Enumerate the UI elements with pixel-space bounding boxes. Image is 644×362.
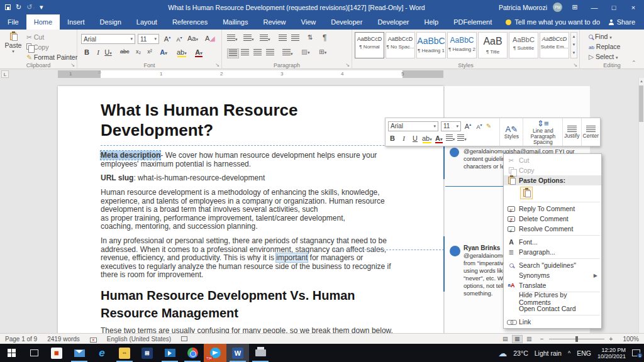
menu-item-translate[interactable]: aATranslate [504,280,601,290]
tab-review[interactable]: Review [256,14,294,30]
tab-help[interactable]: Help [417,14,447,30]
menu-item-resolve-comment[interactable]: ✓Resolve Comment [504,224,601,234]
clipboard-dialog-launcher-icon[interactable]: ↘ [70,62,75,68]
zoom-level[interactable]: 100% [618,336,644,343]
restore-button[interactable]: □ [607,4,621,11]
minimize-button[interactable]: — [587,4,601,11]
tab-home[interactable]: Home [26,14,60,30]
menu-item-hide-pictures[interactable]: Hide Pictures by Comments [504,293,601,304]
mini-highlight-button[interactable]: ab▾ [422,134,432,142]
para1-line[interactable]: development is a broad term that involve… [101,206,318,214]
word-button[interactable]: W [226,344,249,362]
indent-marker[interactable]: ⌂ [98,69,101,75]
underline-button[interactable]: U▾ [104,48,113,56]
mini-font-color-button[interactable]: A▾ [435,134,443,142]
para2-line[interactable]: In any professional or personal setting,… [101,237,387,246]
font-dialog-launcher-icon[interactable]: ↘ [215,62,219,68]
save-icon[interactable] [5,4,11,10]
mini-grow-font-button[interactable]: A▴ [464,122,472,130]
tab-selector[interactable]: L [1,70,9,78]
user-avatar[interactable]: PM [553,3,562,12]
justify-button[interactable] [266,49,274,57]
para1-line[interactable]: as proper training, performance improvem… [101,214,345,223]
weather-temp[interactable]: 23°C [513,349,528,357]
menu-item-reply-to-comment[interactable]: ↩Reply To Comment [504,204,601,214]
style-normal[interactable]: AaBbCcD¶ Normal [355,32,384,58]
menu-item-paragraph[interactable]: ≣Paragraph... [504,247,601,257]
ribbon-display-options-icon[interactable]: ⊞ [568,3,582,11]
horizontal-ruler[interactable]: 1 1 2 3 4 5 ⌂ [58,70,443,78]
action-center-icon[interactable]: 1 [632,349,640,356]
read-mode-button[interactable]: ▤ [500,335,511,343]
scroll-up-icon[interactable]: ▲ [640,79,643,83]
mini-shrink-font-button[interactable]: A▾ [475,123,484,130]
tab-pdfelement[interactable]: PDFelement [446,14,499,30]
font-size-combo[interactable]: 11▾ [138,34,159,44]
mini-font-name-combo[interactable]: Arial▾ [388,121,438,131]
zoom-in-button[interactable]: + [604,336,618,343]
menu-item-delete-comment[interactable]: ✕Delete Comment [504,214,601,224]
menu-item-search[interactable]: Search "guidelines" [504,260,601,270]
clock[interactable]: 12:20 PM 10/20/2021 [597,347,626,359]
menu-item-synonyms[interactable]: Synonyms▶ [504,270,601,280]
mini-justify-button[interactable]: Justify [563,118,581,146]
subscript-button[interactable]: x₂ [134,48,143,55]
tab-developer-2[interactable]: Developer [370,14,416,30]
mini-styles-button[interactable]: A✎Styles [500,118,523,146]
mini-font-size-combo[interactable]: 11▾ [441,121,461,131]
word-count[interactable]: 2419 words [42,336,85,343]
repeat-icon[interactable]: ↻ [16,4,21,11]
text-effects-button[interactable]: A▾ [159,48,168,56]
collapse-ribbon-icon[interactable]: ⌃ [631,60,636,66]
meta-description-line1[interactable]: Meta description- We cover how human res… [101,151,377,160]
menu-item-font[interactable]: AFont... [504,237,601,247]
font-name-combo[interactable]: Arial▾ [81,34,135,44]
highlight-color-button[interactable]: ab▾ [177,48,187,56]
mini-bold-button[interactable]: B [388,134,397,142]
language-button[interactable]: ENG [577,349,591,357]
format-painter-button[interactable]: ✎ Format Painter [26,53,77,61]
styles-gallery-scroll[interactable]: ▲▼▼ [570,32,577,58]
tab-design[interactable]: Design [92,14,129,30]
show-hide-pilcrow-button[interactable]: ¶ [323,33,326,42]
strikethrough-button[interactable]: abc [120,48,130,55]
zoom-slider-thumb[interactable] [575,336,578,342]
zoom-slider[interactable] [549,339,604,339]
clear-formatting-button[interactable]: A◢ [205,35,215,43]
tab-mailings[interactable]: Mailings [215,14,255,30]
language-indicator[interactable]: English (United States) [102,336,176,343]
signed-in-user[interactable]: Patricia Mworozi [499,4,547,11]
find-button[interactable]: Find ▾ [589,33,612,40]
para1-line[interactable]: coaching, mentoring, and succession plan… [101,222,258,231]
styles-dialog-launcher-icon[interactable]: ↘ [573,62,577,68]
mini-underline-button[interactable]: U [411,134,419,142]
keep-source-formatting-button[interactable] [520,187,533,199]
increase-indent-button[interactable] [291,35,299,42]
style-title[interactable]: AaB¶ Title [478,32,508,58]
fax-scan-button[interactable] [249,344,272,362]
align-right-button[interactable] [253,49,262,57]
borders-button[interactable]: ⊞▾ [319,48,326,55]
tab-view[interactable]: View [294,14,324,30]
para1-line[interactable]: Human resource development is a methodol… [101,189,380,197]
align-left-button[interactable] [227,48,239,58]
change-case-button[interactable]: Aa▾ [187,35,198,42]
zoom-out-button[interactable]: − [535,336,549,343]
url-slug-line[interactable]: URL slug: what-is-human-resource-develop… [101,174,265,183]
cut-button[interactable]: ✂ Cut [26,33,44,41]
select-button[interactable]: ▷ Select ▾ [589,53,618,60]
macro-record-icon[interactable] [176,336,192,343]
superscript-button[interactable]: x² [145,48,154,55]
proofing-icon[interactable]: ✕ [85,336,102,343]
tab-file[interactable]: File [0,14,26,30]
edge-button[interactable]: e [91,344,113,362]
para2-line-commented[interactable]: revenue, efficiency, and productivity. T… [101,254,363,263]
numbering-button[interactable]: ▾ [243,35,254,42]
align-center-button[interactable] [241,49,249,57]
mini-numbering-button[interactable]: ▾ [457,134,467,142]
customize-qat-icon[interactable]: ▾ [40,4,43,11]
movies-tv-button[interactable] [158,344,181,362]
chrome-button[interactable] [181,344,204,362]
para1-line[interactable]: experience, and talents of employees in … [101,197,385,206]
dictionary-app-button[interactable]: ▤ [136,344,158,362]
